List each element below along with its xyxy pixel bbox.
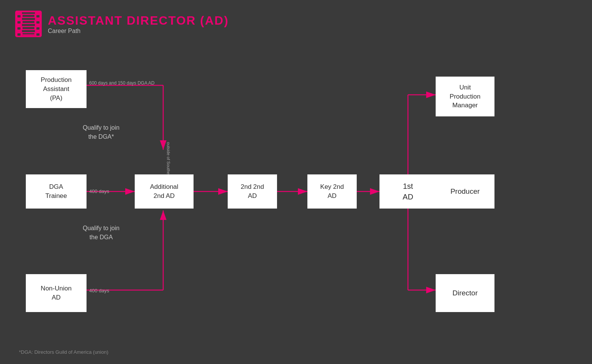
- label-qualify-top: Qualify to jointhe DGA*: [83, 123, 120, 141]
- label-outside-southern-ca: outside of Southern California: [160, 93, 166, 146]
- footnote: *DGA: Directors Guild of America (union): [19, 349, 109, 355]
- svg-rect-1: [16, 11, 22, 36]
- page-title: ASSISTANT DIRECTOR (AD): [48, 14, 229, 28]
- svg-rect-12: [36, 21, 39, 24]
- box-unit-production-manager: Unit Production Manager: [436, 77, 494, 116]
- film-icon: [15, 11, 42, 37]
- label-600-days: 600 days and 150 days DGA AD: [89, 80, 154, 86]
- box-director: Director: [436, 274, 494, 312]
- svg-rect-9: [17, 27, 20, 30]
- career-diagram: Production Assistant (PA) 600 days and 1…: [0, 49, 592, 353]
- svg-rect-11: [36, 15, 39, 17]
- box-1st-ad: 1st AD: [379, 174, 436, 209]
- svg-rect-8: [17, 21, 20, 24]
- box-dga-trainee: DGA Trainee: [26, 174, 87, 209]
- box-non-union-ad: Non-Union AD: [26, 274, 87, 312]
- page-subtitle: Career Path: [48, 28, 229, 35]
- label-qualify-bottom: Qualify to jointhe DGA: [83, 224, 120, 242]
- svg-rect-4: [22, 20, 35, 24]
- box-additional-2nd-ad: Additional 2nd AD: [135, 174, 194, 209]
- arrows-svg: [0, 49, 592, 364]
- header-text: ASSISTANT DIRECTOR (AD) Career Path: [48, 14, 229, 35]
- svg-rect-6: [22, 33, 35, 35]
- svg-rect-5: [22, 27, 35, 30]
- svg-rect-3: [22, 14, 35, 17]
- svg-rect-7: [17, 15, 20, 17]
- svg-rect-14: [36, 33, 39, 36]
- header: ASSISTANT DIRECTOR (AD) Career Path: [0, 0, 592, 48]
- box-producer: Producer: [436, 174, 494, 209]
- box-production-assistant: Production Assistant (PA): [26, 70, 87, 108]
- label-400-days-nonunion: 400 days: [89, 287, 109, 294]
- svg-rect-13: [36, 27, 39, 30]
- box-key-2nd-ad: Key 2nd AD: [307, 174, 357, 209]
- svg-rect-2: [35, 11, 41, 36]
- box-2nd-2nd-ad: 2nd 2nd AD: [228, 174, 277, 209]
- svg-rect-10: [17, 33, 20, 36]
- label-400-days-trainee: 400 days: [89, 188, 109, 195]
